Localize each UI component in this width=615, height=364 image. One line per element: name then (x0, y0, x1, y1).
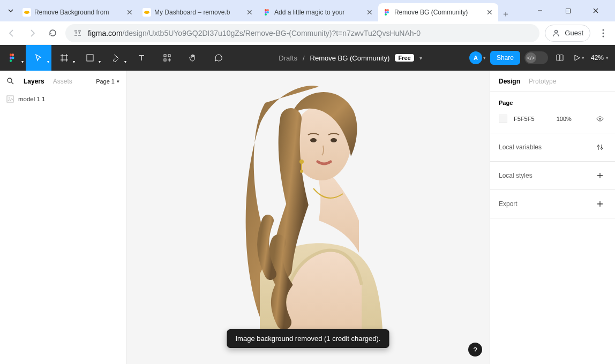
url-host: figma.com (88, 29, 123, 37)
export-label: Export (499, 200, 518, 208)
present-button[interactable]: ▾ (572, 50, 587, 65)
prototype-tab[interactable]: Prototype (529, 78, 556, 85)
svg-point-8 (387, 9, 389, 11)
search-icon[interactable] (6, 77, 15, 86)
canvas-image-model[interactable] (228, 81, 388, 338)
svg-point-42 (310, 138, 317, 142)
chevron-down-icon: ▾ (117, 79, 119, 84)
browser-tab-1[interactable]: My Dashboard – remove.b ✕ (138, 3, 258, 21)
dev-mode-toggle[interactable]: </> (524, 51, 548, 64)
page-selector[interactable]: Page 1 ▾ (96, 78, 119, 85)
model-portrait-icon (228, 81, 388, 338)
svg-point-43 (331, 138, 337, 142)
design-tab[interactable]: Design (499, 78, 520, 85)
close-icon[interactable]: ✕ (365, 8, 374, 17)
zoom-value: 42% (591, 54, 604, 62)
close-icon[interactable]: ✕ (485, 8, 494, 17)
local-styles-label: Local styles (499, 172, 532, 179)
color-swatch[interactable] (499, 115, 507, 123)
resources-tool[interactable] (154, 45, 180, 71)
window-maximize-button[interactable] (556, 2, 580, 19)
favicon-icon (22, 8, 31, 17)
visibility-toggle[interactable] (594, 112, 606, 125)
right-panel-tabs: Design Prototype (490, 71, 615, 92)
multiplayer-avatar[interactable]: A ▾ (469, 51, 486, 64)
nav-forward-button[interactable] (25, 26, 40, 41)
page-heading: Page (499, 100, 606, 106)
new-tab-button[interactable]: ＋ (498, 6, 513, 21)
avatar: A (469, 51, 482, 64)
svg-point-40 (9, 97, 10, 98)
sliders-icon[interactable] (594, 141, 606, 154)
window-close-button[interactable] (584, 2, 608, 19)
tab-search-chevron[interactable] (3, 3, 18, 18)
figma-menu-button[interactable]: ▾ (0, 45, 26, 71)
browser-tab-3[interactable]: Remove BG (Community) ✕ (378, 3, 498, 21)
library-button[interactable] (552, 50, 567, 65)
chevron-down-icon: ▾ (582, 55, 584, 60)
local-variables-section[interactable]: Local variables (490, 133, 615, 162)
svg-point-46 (300, 170, 303, 173)
close-icon[interactable]: ✕ (245, 8, 254, 17)
figma-favicon-icon (262, 8, 271, 17)
share-button[interactable]: Share (490, 51, 520, 65)
toast-text: Image background removed (1 credit charg… (236, 335, 381, 343)
layers-tab[interactable]: Layers (24, 78, 44, 85)
local-variables-label: Local variables (499, 143, 542, 151)
add-icon[interactable] (594, 169, 606, 182)
pen-tool[interactable]: ▾ (103, 45, 129, 71)
svg-point-51 (601, 148, 603, 149)
move-tool[interactable]: ▾ (26, 45, 51, 71)
site-settings-icon[interactable] (73, 28, 82, 38)
left-panel-tabs: Layers Assets Page 1 ▾ (0, 71, 126, 92)
export-section[interactable]: Export (490, 190, 615, 218)
help-button[interactable]: ? (468, 343, 482, 357)
browser-menu-button[interactable] (596, 26, 611, 41)
svg-point-7 (385, 9, 387, 11)
shape-tool[interactable]: ▾ (77, 45, 103, 71)
profile-guest-button[interactable]: Guest (545, 25, 590, 42)
assets-tab[interactable]: Assets (53, 78, 72, 85)
window-controls (528, 2, 612, 19)
page-fill-row[interactable]: F5F5F5 100% (499, 112, 606, 125)
layer-name: model 1 1 (18, 96, 46, 102)
svg-point-37 (8, 78, 12, 82)
breadcrumb-title[interactable]: Remove BG (Community) (310, 54, 390, 62)
person-icon (552, 29, 560, 37)
figma-body: Layers Assets Page 1 ▾ model 1 1 (0, 71, 615, 364)
browser-tab-2[interactable]: Add a little magic to your ✕ (258, 3, 378, 21)
address-bar[interactable]: figma.com/design/Uxtb5UYo9GQ2DI37u10gZs/… (65, 24, 539, 42)
chevron-down-icon: ▾ (99, 59, 101, 64)
chevron-down-icon: ▾ (73, 59, 75, 64)
browser-toolbar: figma.com/design/Uxtb5UYo9GQ2DI37u10gZs/… (0, 21, 615, 45)
svg-point-10 (387, 11, 389, 13)
svg-point-6 (265, 13, 267, 16)
nav-back-button[interactable] (4, 26, 19, 41)
guest-label: Guest (565, 29, 583, 37)
canvas[interactable]: Image background removed (1 credit charg… (126, 71, 490, 364)
chevron-down-icon: ▾ (606, 55, 609, 60)
fill-opacity: 100% (557, 116, 572, 122)
comment-tool[interactable] (206, 45, 231, 71)
svg-rect-35 (168, 55, 170, 57)
layer-item[interactable]: model 1 1 (0, 92, 126, 106)
svg-rect-24 (10, 54, 12, 56)
frame-tool[interactable]: ▾ (51, 45, 77, 71)
svg-point-23 (603, 35, 604, 37)
zoom-control[interactable]: 42% ▾ (591, 54, 609, 62)
local-styles-section[interactable]: Local styles (490, 162, 615, 190)
svg-point-50 (598, 146, 599, 147)
browser-tab-0[interactable]: Remove Background from ✕ (18, 3, 138, 21)
svg-point-0 (24, 11, 29, 14)
reload-button[interactable] (45, 26, 60, 41)
chevron-down-icon[interactable]: ▾ (419, 55, 422, 61)
url-path: /design/Uxtb5UYo9GQ2DI37u10gZs/Remove-BG… (123, 29, 421, 37)
breadcrumb-parent[interactable]: Drafts (279, 54, 297, 62)
window-minimize-button[interactable] (528, 2, 552, 19)
hand-tool[interactable] (180, 45, 206, 71)
close-icon[interactable]: ✕ (125, 8, 134, 17)
text-tool[interactable] (129, 45, 154, 71)
tab-title: Remove BG (Community) (394, 9, 482, 16)
add-icon[interactable] (594, 198, 606, 210)
svg-point-22 (603, 32, 604, 34)
